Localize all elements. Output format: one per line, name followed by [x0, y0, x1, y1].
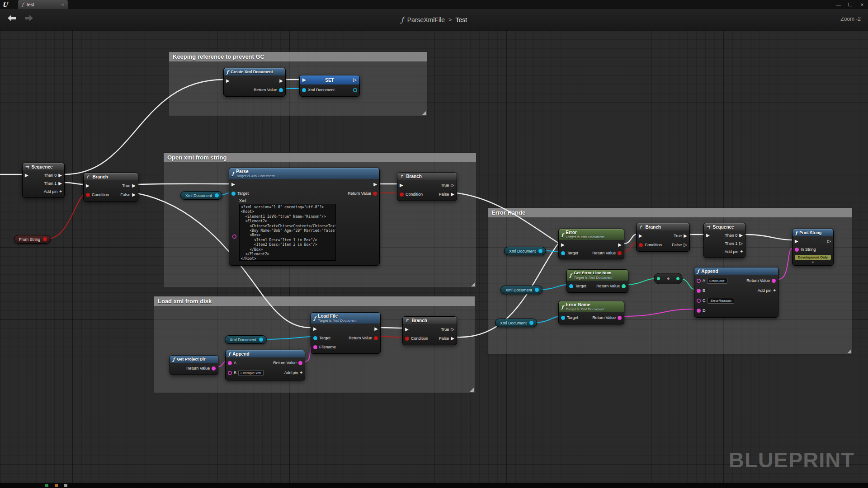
variable-xml-document[interactable]: Xml Document	[500, 286, 542, 294]
node-branch-error[interactable]: ↱Branch ▶ True▶ Condition False▷	[636, 223, 690, 252]
node-get-error-line-num[interactable]: ƒ Get Error Line Num Target is Xml Docum…	[566, 269, 628, 293]
node-sequence-main[interactable]: ⇉Sequence ▶ Then 0▶ Then 1▶ Add pin+	[22, 163, 65, 198]
exec-in-pin[interactable]: ▶	[400, 183, 403, 188]
b-pin[interactable]	[228, 371, 232, 375]
true-pin[interactable]: ▷	[451, 183, 454, 188]
conversion-out-pin[interactable]	[676, 277, 679, 280]
exec-out-pin[interactable]: ▷	[353, 78, 357, 82]
node-sequence-error[interactable]: ⇉Sequence ▶ Then 0▶ Then 1▷ Add pin+	[703, 223, 745, 258]
conversion-in-pin[interactable]	[657, 277, 660, 280]
exec-in-pin[interactable]: ▶	[561, 243, 565, 247]
return-value-pin[interactable]	[373, 192, 377, 196]
exec-in-pin[interactable]: ▶	[226, 79, 230, 83]
xml-document-in-pin[interactable]	[302, 88, 306, 92]
true-pin[interactable]: ▷	[451, 327, 454, 332]
xml-input[interactable]: <?xml version="1.0" encoding="utf-8"?> <…	[239, 204, 336, 261]
then1-pin[interactable]: ▶	[58, 181, 62, 186]
node-print-string[interactable]: ƒPrint String ▶ ▷ In String Development …	[792, 229, 834, 266]
node-parse[interactable]: ƒ Parse Target is Xml Document ▶ ▶ Targe…	[229, 168, 380, 266]
return-value-pin[interactable]	[622, 284, 626, 288]
d-pin[interactable]	[697, 309, 701, 313]
target-pin[interactable]	[569, 284, 573, 288]
exec-in-pin[interactable]: ▶	[231, 182, 235, 187]
exec-out-pin[interactable]: ▶	[374, 327, 378, 331]
then0-pin[interactable]: ▶	[739, 233, 743, 238]
node-load-file[interactable]: ƒ Load File Target is Xml Document ▶ ▶ T…	[311, 312, 381, 354]
tab-close-icon[interactable]: ×	[61, 2, 64, 7]
false-pin[interactable]: ▶	[451, 192, 454, 197]
return-value-pin[interactable]	[212, 366, 216, 371]
exec-out-pin[interactable]: ▷	[827, 239, 831, 244]
node-append-filename[interactable]: ƒAppend A Return Value BExample.xml Add …	[225, 350, 305, 380]
false-pin[interactable]: ▷	[684, 243, 687, 247]
comment-keeping-reference[interactable]: Keeping reference to prevent GC	[169, 52, 428, 116]
c-pin[interactable]	[697, 299, 701, 303]
minimize-button[interactable]: —	[833, 0, 844, 9]
close-button[interactable]: ×	[856, 0, 868, 9]
object-output-pin[interactable]	[538, 249, 542, 253]
target-pin[interactable]	[561, 316, 565, 320]
node-branch-load-xml[interactable]: ↱Branch ▶ True▷ Condition False▶	[402, 316, 457, 345]
taskbar-icon[interactable]	[64, 484, 67, 487]
bool-output-pin[interactable]	[43, 237, 47, 241]
variable-from-string[interactable]: From String	[14, 235, 51, 244]
exec-in-pin[interactable]: ▶	[25, 173, 28, 178]
windows-taskbar[interactable]	[0, 483, 868, 488]
tab-test[interactable]: ƒ Test ×	[18, 0, 68, 9]
exec-in-pin[interactable]: ▶	[313, 327, 317, 331]
then1-pin[interactable]: ▷	[739, 241, 743, 246]
b-pin[interactable]	[697, 289, 701, 293]
taskbar-icon[interactable]	[55, 484, 58, 487]
exec-in-pin[interactable]: ▶	[706, 233, 710, 238]
variable-xml-document[interactable]: Xml Document	[504, 247, 546, 255]
a-pin[interactable]	[228, 361, 232, 365]
true-pin[interactable]: ▶	[684, 234, 687, 238]
node-create-xml-document[interactable]: ƒCreate Xml Document ▶ ▶ Return Value	[223, 68, 286, 97]
return-value-pin[interactable]	[298, 361, 302, 365]
object-output-pin[interactable]	[215, 193, 219, 197]
true-pin[interactable]: ▶	[132, 183, 136, 188]
b-value-input[interactable]: Example.xml	[238, 370, 264, 376]
node-branch-open-xml[interactable]: ↱Branch ▶ True▷ Condition False▶	[397, 172, 457, 201]
node-error-name[interactable]: ƒ Error Name Target is Xml Document Targ…	[558, 301, 624, 324]
filename-pin[interactable]	[313, 345, 317, 349]
c-value-input[interactable]: ,ErrorReason:	[708, 298, 735, 304]
node-get-project-dir[interactable]: ƒGet Project Dir Return Value	[170, 355, 218, 375]
node-set-xml-document[interactable]: ▶ SET ▷ Xml Document	[299, 75, 360, 97]
maximize-button[interactable]	[844, 0, 856, 9]
target-pin[interactable]	[561, 251, 565, 255]
variable-xml-document[interactable]: Xml Document	[180, 191, 222, 200]
exec-out-pin[interactable]: ▶	[373, 182, 377, 187]
target-pin[interactable]	[231, 192, 236, 196]
false-pin[interactable]: ▶	[132, 192, 136, 197]
exec-in-pin[interactable]: ▶	[639, 234, 642, 238]
target-pin[interactable]	[313, 336, 317, 340]
exec-in-pin[interactable]: ▶	[795, 239, 798, 244]
expand-chevron-icon[interactable]: ▼	[793, 260, 833, 265]
a-pin[interactable]	[697, 279, 701, 283]
object-output-pin[interactable]	[529, 321, 533, 325]
return-value-pin[interactable]	[374, 336, 378, 340]
exec-out-pin[interactable]: ▶	[618, 243, 622, 247]
then0-pin[interactable]: ▶	[58, 173, 62, 178]
object-output-pin[interactable]	[535, 288, 539, 292]
xml-string-pin[interactable]	[232, 235, 236, 239]
return-value-pin[interactable]	[618, 316, 622, 320]
add-pin-button[interactable]: +	[740, 249, 743, 254]
variable-xml-document[interactable]: Xml Document	[225, 335, 267, 344]
exec-in-pin[interactable]: ▶	[302, 78, 306, 82]
breadcrumb-test[interactable]: Test	[456, 16, 467, 23]
node-error[interactable]: ƒ Error Target is Xml Document ▶ ▶ Targe…	[558, 229, 624, 259]
development-only-badge[interactable]: Development Only	[795, 255, 831, 260]
node-branch-main[interactable]: ↱Branch ▶ True▶ Condition False▶	[83, 173, 138, 202]
condition-pin[interactable]	[86, 193, 90, 197]
false-pin[interactable]: ▶	[451, 336, 454, 341]
condition-pin[interactable]	[405, 337, 409, 341]
taskbar-icon[interactable]	[45, 484, 48, 487]
add-pin-button[interactable]: +	[59, 189, 62, 194]
xml-document-out-pin[interactable]	[353, 88, 357, 92]
exec-in-pin[interactable]: ▶	[86, 183, 90, 188]
condition-pin[interactable]	[639, 243, 643, 247]
return-value-pin[interactable]	[618, 251, 622, 255]
add-pin-button[interactable]: +	[300, 371, 302, 375]
